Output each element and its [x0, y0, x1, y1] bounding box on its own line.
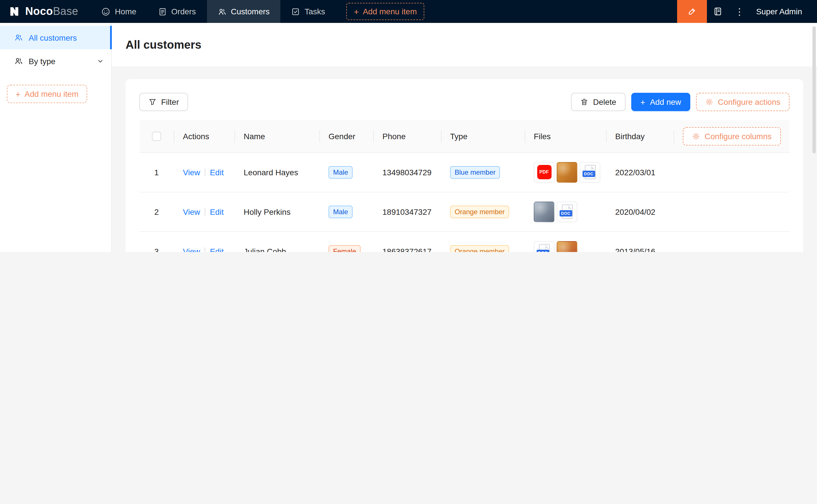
- nav-item-tasks[interactable]: Tasks: [281, 0, 336, 23]
- files-cell: PDFDOC: [534, 162, 597, 182]
- nav-item-label: Tasks: [305, 7, 325, 16]
- column-header-configure: Configure columns: [674, 120, 790, 152]
- birthday-value: 2020/04/02: [615, 207, 655, 216]
- page-title: All customers: [125, 38, 201, 51]
- sidebar: All customers By type + Add menu item: [0, 23, 112, 252]
- doc-file-thumbnail[interactable]: DOC: [557, 201, 577, 222]
- view-link[interactable]: View: [183, 207, 200, 216]
- column-header-files: Files: [525, 120, 606, 152]
- image-file-thumbnail[interactable]: [557, 162, 577, 182]
- image-file-thumbnail[interactable]: [534, 201, 554, 222]
- orders-icon: [158, 7, 167, 16]
- nav-item-label: Customers: [231, 7, 270, 16]
- more-menu-button[interactable]: ⋮: [729, 0, 751, 23]
- table-row: 2ViewEditHolly PerkinsMale18910347327Ora…: [139, 192, 790, 231]
- table-row: 1ViewEditLeonard HayesMale13498034729Blu…: [139, 152, 790, 192]
- customer-name: Julian Cobb: [244, 247, 286, 252]
- add-new-label: Add new: [650, 97, 681, 107]
- action-divider: [205, 247, 205, 252]
- nocobase-logo[interactable]: NocoBase: [0, 5, 91, 18]
- phone-value: 18910347327: [382, 207, 431, 216]
- navbar-add-menu-item-button[interactable]: + Add menu item: [346, 3, 424, 20]
- doc-icon: DOC: [539, 244, 549, 252]
- type-tag: Orange member: [450, 245, 509, 252]
- toolbar-right: Delete + Add new Configure actions: [571, 93, 790, 111]
- pdf-file-thumbnail[interactable]: PDF: [534, 162, 554, 182]
- column-header-phone: Phone: [373, 120, 441, 152]
- column-header-type: Type: [441, 120, 525, 152]
- column-header-gender: Gender: [319, 120, 373, 152]
- doc-file-thumbnail[interactable]: DOC: [534, 241, 554, 252]
- edit-link[interactable]: Edit: [210, 207, 224, 216]
- edit-link[interactable]: Edit: [210, 247, 224, 252]
- brand-text: NocoBase: [25, 5, 78, 18]
- customer-name: Holly Perkins: [244, 207, 290, 216]
- filter-button[interactable]: Filter: [139, 93, 188, 111]
- navbar-right: ⋮ Super Admin: [677, 0, 817, 23]
- table-header-row: Actions Name Gender Phone Type Files Bir…: [139, 120, 790, 152]
- table-block-card: Filter Delete + Add new: [125, 79, 803, 252]
- view-link[interactable]: View: [183, 247, 200, 252]
- view-link[interactable]: View: [183, 168, 200, 177]
- nav-item-orders[interactable]: Orders: [147, 0, 207, 23]
- configure-actions-button[interactable]: Configure actions: [696, 93, 790, 111]
- sidebar-item-by-type[interactable]: By type: [0, 49, 111, 73]
- current-user[interactable]: Super Admin: [756, 7, 802, 16]
- delete-button[interactable]: Delete: [571, 93, 626, 111]
- gear-icon: [692, 132, 700, 140]
- kebab-icon: ⋮: [735, 6, 744, 17]
- nav-item-label: Home: [115, 7, 136, 16]
- select-all-header: [139, 120, 174, 152]
- top-navbar: NocoBase Home Orders Customers: [0, 0, 817, 23]
- customers-icon: [218, 7, 226, 16]
- sidebar-item-label: All customers: [29, 33, 77, 42]
- people-icon: [14, 57, 23, 65]
- type-tag: Orange member: [450, 205, 509, 218]
- highlighter-pen-icon: [688, 7, 697, 16]
- page-content: Filter Delete + Add new: [112, 66, 817, 252]
- nocobase-logo-icon: [8, 5, 21, 18]
- customers-table: Actions Name Gender Phone Type Files Bir…: [139, 120, 790, 252]
- app-window: NocoBase Home Orders Customers: [0, 0, 817, 252]
- row-index: 3: [154, 247, 159, 252]
- sidebar-item-all-customers[interactable]: All customers: [0, 26, 111, 49]
- docs-button[interactable]: [707, 0, 729, 23]
- select-all-checkbox[interactable]: [152, 132, 161, 141]
- main-area: All customers Filter: [112, 23, 817, 252]
- gear-icon: [705, 98, 713, 106]
- configure-columns-label: Configure columns: [705, 132, 771, 141]
- table-toolbar: Filter Delete + Add new: [139, 93, 790, 111]
- configure-actions-label: Configure actions: [718, 97, 780, 107]
- configure-columns-button[interactable]: Configure columns: [683, 127, 781, 145]
- smile-icon: [102, 7, 110, 16]
- trash-icon: [580, 98, 588, 106]
- files-cell: DOC: [534, 201, 597, 222]
- type-tag: Blue member: [450, 166, 500, 178]
- sidebar-item-label: By type: [29, 56, 55, 66]
- birthday-value: 2022/03/01: [615, 168, 655, 177]
- gender-tag: Male: [329, 166, 353, 178]
- nav-item-customers[interactable]: Customers: [207, 0, 280, 23]
- column-header-name: Name: [235, 120, 319, 152]
- edit-link[interactable]: Edit: [210, 168, 224, 177]
- doc-icon: DOC: [584, 165, 595, 179]
- image-file-thumbnail[interactable]: [557, 241, 577, 252]
- nav-item-home[interactable]: Home: [91, 0, 147, 23]
- scrollbar-thumb[interactable]: [812, 26, 816, 153]
- phone-value: 18638372617: [382, 247, 431, 252]
- plus-icon: +: [354, 7, 359, 16]
- phone-value: 13498034729: [382, 168, 431, 177]
- sidebar-add-menu-item-button[interactable]: + Add menu item: [7, 85, 87, 103]
- plus-icon: +: [641, 98, 646, 106]
- table-body: 1ViewEditLeonard HayesMale13498034729Blu…: [139, 152, 790, 252]
- chevron-down-icon: [97, 58, 103, 64]
- column-header-birthday: Birthday: [606, 120, 674, 152]
- plus-icon: +: [15, 90, 21, 98]
- customer-name: Leonard Hayes: [244, 168, 298, 177]
- action-divider: [205, 208, 205, 216]
- gender-tag: Female: [329, 245, 361, 252]
- ui-editor-button[interactable]: [677, 0, 707, 23]
- doc-file-thumbnail[interactable]: DOC: [580, 162, 600, 182]
- row-index: 1: [154, 168, 159, 177]
- add-new-button[interactable]: + Add new: [631, 93, 691, 111]
